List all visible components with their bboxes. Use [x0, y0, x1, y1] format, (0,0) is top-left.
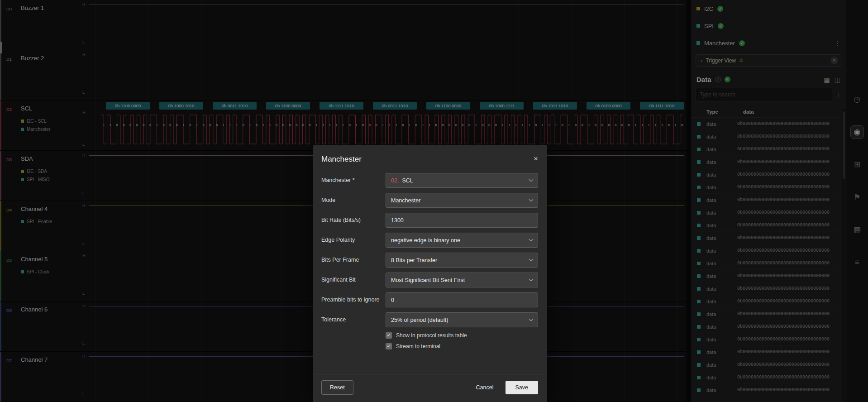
field-label: Bits Per Frame: [321, 257, 386, 264]
channel-number-prefix: 02.: [391, 177, 399, 184]
field-select-1[interactable]: Manchester: [386, 193, 538, 208]
select-value: 8 Bits per Transfer: [391, 257, 437, 263]
chevron-down-icon: [529, 197, 534, 202]
modal-field-row: ModeManchester: [321, 193, 538, 208]
chevron-down-icon: [529, 237, 534, 242]
manchester-settings-dialog: Manchester × Manchester *02.SCLModeManch…: [313, 145, 547, 402]
reset-button[interactable]: Reset: [321, 380, 353, 395]
close-icon[interactable]: ×: [534, 155, 538, 163]
field-select-7[interactable]: 25% of period (default): [386, 312, 538, 327]
modal-body: Manchester *02.SCLModeManchesterBit Rate…: [313, 171, 547, 349]
save-button[interactable]: Save: [506, 381, 539, 394]
field-label: Mode: [321, 197, 386, 204]
modal-field-row: Manchester *02.SCL: [321, 173, 538, 188]
select-text: negative edge is binary one: [391, 237, 460, 244]
cancel-button[interactable]: Cancel: [470, 381, 500, 394]
select-text: 25% of period (default): [391, 317, 448, 323]
select-value: 02.SCL: [391, 177, 413, 184]
checkbox-label: Show in protocol results table: [396, 332, 467, 339]
field-input-2[interactable]: [386, 213, 538, 228]
select-value: 25% of period (default): [391, 317, 448, 323]
modal-field-row: Bit Rate (Bits/s): [321, 213, 538, 228]
modal-header: Manchester ×: [313, 145, 547, 171]
field-select-5[interactable]: Most Significant Bit Sent First: [386, 273, 538, 287]
checkbox-0[interactable]: ✓: [386, 332, 392, 339]
checkbox-1[interactable]: ✓: [386, 343, 392, 349]
chevron-down-icon: [529, 317, 534, 321]
field-label: Manchester *: [321, 177, 386, 184]
checkbox-label: Stream to terminal: [396, 343, 440, 349]
chevron-down-icon: [529, 177, 534, 182]
modal-checkbox-row: ✓Stream to terminal: [386, 343, 538, 349]
field-label: Significant Bit: [321, 277, 386, 284]
select-text: Manchester: [391, 197, 420, 204]
field-label: Bit Rate (Bits/s): [321, 217, 386, 224]
modal-footer: Reset Cancel Save: [313, 374, 547, 402]
chevron-down-icon: [529, 277, 534, 282]
select-text: 8 Bits per Transfer: [391, 257, 437, 263]
field-select-0[interactable]: 02.SCL: [386, 173, 538, 188]
field-label: Edge Polarity: [321, 237, 386, 244]
modal-field-row: Tolerance25% of period (default): [321, 312, 538, 327]
modal-checkbox-row: ✓Show in protocol results table: [386, 332, 538, 339]
modal-field-row: Preamble bits to ignore: [321, 292, 538, 307]
logic-analyzer-app: D0Buzzer 1HLD1Buzzer 2HLD2SCLI2C - SCLMa…: [0, 0, 868, 402]
select-value: Most Significant Bit Sent First: [391, 277, 465, 283]
select-text: SCL: [402, 177, 413, 184]
modal-field-row: Significant BitMost Significant Bit Sent…: [321, 273, 538, 287]
field-select-3[interactable]: negative edge is binary one: [386, 233, 538, 248]
select-text: Most Significant Bit Sent First: [391, 277, 465, 283]
modal-field-row: Edge Polaritynegative edge is binary one: [321, 233, 538, 248]
modal-title: Manchester: [321, 155, 362, 164]
modal-field-row: Bits Per Frame8 Bits per Transfer: [321, 253, 538, 268]
select-value: Manchester: [391, 197, 420, 204]
field-label: Tolerance: [321, 316, 386, 324]
chevron-down-icon: [529, 257, 534, 262]
field-label: Preamble bits to ignore: [321, 297, 386, 304]
field-select-4[interactable]: 8 Bits per Transfer: [386, 253, 538, 268]
select-value: negative edge is binary one: [391, 237, 460, 244]
field-input-6[interactable]: [386, 292, 538, 307]
